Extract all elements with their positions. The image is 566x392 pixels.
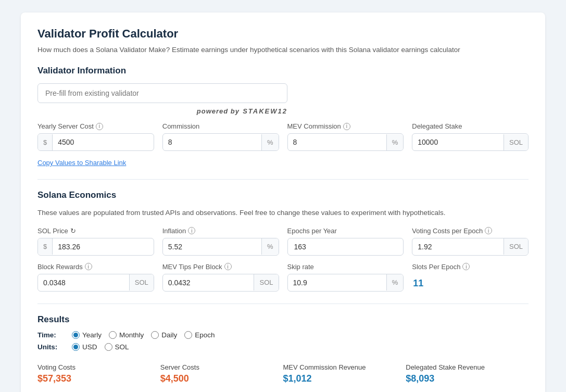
voting-costs-per-epoch-label: Voting Costs per Epoch i bbox=[412, 227, 529, 235]
voting-costs-result: Voting Costs $57,353 bbox=[37, 359, 160, 388]
mev-tips-group: MEV Tips Per Block i SOL bbox=[162, 263, 279, 293]
commission-label: Commission bbox=[162, 122, 279, 130]
block-rewards-group: Block Rewards i SOL bbox=[37, 263, 154, 293]
copy-link[interactable]: Copy Values to Sharable Link bbox=[37, 159, 126, 167]
epochs-per-year-input[interactable] bbox=[287, 238, 404, 256]
time-daily-label: Daily bbox=[161, 331, 177, 339]
divider-2 bbox=[37, 304, 529, 304]
powered-by: powered by STAKEW12 bbox=[37, 107, 287, 115]
block-rewards-label: Block Rewards i bbox=[37, 263, 154, 271]
units-label: Units: bbox=[37, 343, 65, 351]
solana-economics-title: Solana Economics bbox=[37, 190, 529, 200]
units-row: Units: USD SOL bbox=[37, 343, 529, 351]
time-option-monthly[interactable]: Monthly bbox=[109, 331, 144, 339]
mev-commission-suffix: % bbox=[386, 134, 404, 150]
solana-economics-section: Solana Economics These values are popula… bbox=[37, 190, 529, 293]
mev-commission-info-icon[interactable]: i bbox=[343, 123, 350, 130]
powered-by-label: powered by bbox=[197, 107, 240, 115]
time-radio-group: Yearly Monthly Daily Epoch bbox=[72, 331, 215, 339]
voting-costs-input[interactable] bbox=[412, 238, 504, 255]
units-option-sol[interactable]: SOL bbox=[105, 343, 129, 351]
time-radio-daily[interactable] bbox=[151, 331, 159, 339]
delegated-stake-input[interactable] bbox=[412, 134, 504, 150]
voting-costs-result-label: Voting Costs bbox=[37, 363, 160, 371]
voting-costs-group: Voting Costs per Epoch i SOL bbox=[412, 227, 529, 256]
sol-price-prefix: $ bbox=[38, 238, 53, 255]
units-radio-usd[interactable] bbox=[72, 343, 80, 351]
results-section: Results Time: Yearly Monthly Daily bbox=[37, 314, 529, 393]
commission-input[interactable] bbox=[163, 134, 261, 150]
inflation-group: Inflation i % bbox=[162, 227, 279, 256]
time-option-yearly[interactable]: Yearly bbox=[72, 331, 102, 339]
voting-costs-info-icon[interactable]: i bbox=[485, 227, 492, 234]
yearly-server-cost-group: Yearly Server Cost i $ bbox=[37, 122, 154, 151]
time-label: Time: bbox=[37, 331, 65, 339]
results-grid-row1: Voting Costs $57,353 Server Costs $4,500… bbox=[37, 359, 529, 388]
delegated-stake-revenue-result-label: Delegated Stake Revenue bbox=[406, 363, 529, 371]
mev-commission-revenue-result-label: MEV Commission Revenue bbox=[283, 363, 406, 371]
mev-tips-input[interactable] bbox=[163, 274, 254, 291]
skip-rate-label: Skip rate bbox=[287, 263, 404, 271]
refresh-icon[interactable]: ↻ bbox=[70, 227, 76, 235]
units-radio-group: USD SOL bbox=[72, 343, 129, 351]
slots-per-epoch-label: Slots Per Epoch i bbox=[412, 263, 529, 271]
commission-group: Commission % bbox=[162, 122, 279, 151]
mev-tips-label: MEV Tips Per Block i bbox=[162, 263, 279, 271]
skip-rate-group: Skip rate % bbox=[287, 263, 404, 293]
epochs-per-year-label: Epochs per Year bbox=[287, 227, 404, 235]
yearly-server-cost-info-icon[interactable]: i bbox=[96, 123, 103, 130]
powered-by-brand: STAKEW12 bbox=[243, 107, 287, 115]
delegated-stake-group: Delegated Stake SOL bbox=[412, 122, 529, 151]
voting-costs-result-value: $57,353 bbox=[37, 373, 160, 384]
sol-price-label: SOL Price ↻ bbox=[37, 227, 154, 235]
time-radio-epoch[interactable] bbox=[184, 331, 192, 339]
mev-commission-revenue-result: MEV Commission Revenue $1,012 bbox=[283, 359, 406, 388]
skip-rate-suffix: % bbox=[386, 274, 404, 290]
mev-commission-group: MEV Commission i % bbox=[287, 122, 404, 151]
server-costs-result: Server Costs $4,500 bbox=[160, 359, 283, 388]
time-option-epoch[interactable]: Epoch bbox=[184, 331, 215, 339]
time-radio-monthly[interactable] bbox=[109, 331, 117, 339]
yearly-server-cost-input[interactable] bbox=[53, 134, 154, 150]
page-title: Validator Profit Calculator bbox=[37, 27, 529, 41]
delegated-stake-revenue-result-value: $8,093 bbox=[406, 373, 529, 384]
mev-tips-info-icon[interactable]: i bbox=[224, 263, 232, 270]
units-sol-label: SOL bbox=[115, 343, 129, 351]
slots-per-epoch-info-icon[interactable]: i bbox=[462, 263, 470, 270]
sol-price-group: SOL Price ↻ $ bbox=[37, 227, 154, 256]
time-row: Time: Yearly Monthly Daily bbox=[37, 331, 529, 339]
units-option-usd[interactable]: USD bbox=[72, 343, 97, 351]
delegated-stake-label: Delegated Stake bbox=[412, 122, 529, 130]
delegated-stake-suffix: SOL bbox=[504, 134, 528, 150]
prefill-input[interactable] bbox=[37, 83, 287, 103]
voting-costs-suffix: SOL bbox=[504, 238, 528, 255]
inflation-input[interactable] bbox=[163, 238, 261, 255]
mev-commission-input[interactable] bbox=[288, 134, 386, 150]
validator-info-title: Validator Information bbox=[37, 66, 529, 76]
mev-commission-revenue-result-value: $1,012 bbox=[283, 373, 406, 384]
yearly-server-cost-prefix: $ bbox=[38, 134, 53, 150]
block-rewards-input[interactable] bbox=[38, 274, 129, 291]
inflation-info-icon[interactable]: i bbox=[188, 227, 195, 234]
inflation-suffix: % bbox=[261, 238, 279, 255]
time-monthly-label: Monthly bbox=[119, 331, 144, 339]
server-costs-result-label: Server Costs bbox=[160, 363, 283, 371]
mev-tips-suffix: SOL bbox=[254, 274, 278, 290]
skip-rate-input[interactable] bbox=[288, 274, 386, 291]
epochs-per-year-group: Epochs per Year bbox=[287, 227, 404, 256]
server-costs-result-value: $4,500 bbox=[160, 373, 283, 384]
block-rewards-suffix: SOL bbox=[129, 274, 154, 290]
time-epoch-label: Epoch bbox=[195, 331, 215, 339]
solana-economics-description: These values are populated from trusted … bbox=[37, 208, 529, 218]
divider-1 bbox=[37, 179, 529, 180]
inflation-label: Inflation i bbox=[162, 227, 279, 235]
page-subtitle: How much does a Solana Validator Make? E… bbox=[37, 45, 529, 55]
delegated-stake-revenue-result: Delegated Stake Revenue $8,093 bbox=[406, 359, 529, 388]
units-radio-sol[interactable] bbox=[105, 343, 112, 351]
sol-price-input[interactable] bbox=[53, 238, 154, 255]
time-option-daily[interactable]: Daily bbox=[151, 331, 177, 339]
block-rewards-info-icon[interactable]: i bbox=[85, 263, 92, 270]
slots-per-epoch-group: Slots Per Epoch i 11 bbox=[412, 263, 529, 293]
time-yearly-label: Yearly bbox=[82, 331, 102, 339]
time-radio-yearly[interactable] bbox=[72, 331, 80, 339]
